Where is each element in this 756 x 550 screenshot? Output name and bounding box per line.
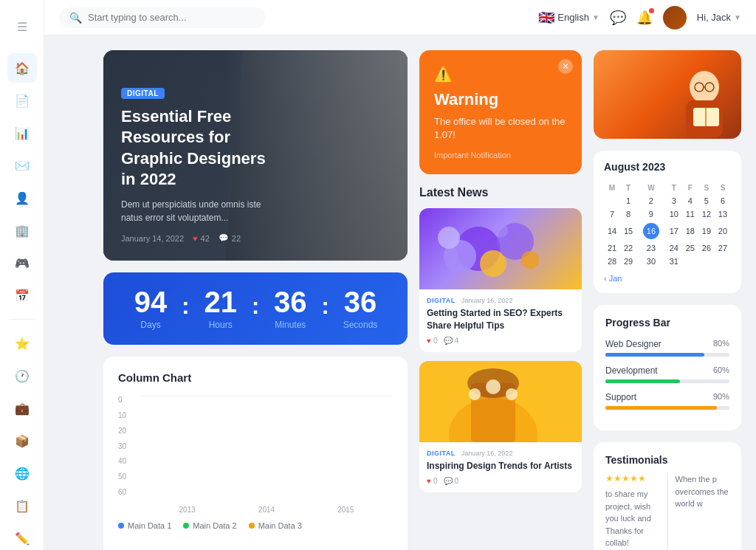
cal-week-2: 7 8 9 10 11 12 13 — [604, 207, 731, 221]
language-selector[interactable]: 🇬🇧 English ▼ — [538, 10, 599, 26]
sidebar-clock-icon[interactable]: 🕐 — [7, 361, 37, 391]
user-name: Hi, Jack — [697, 12, 731, 23]
news-card-2[interactable]: DIGITAL January 16, 2022 Inspiring Desig… — [419, 361, 582, 492]
calendar-header-row: M T W T F S S — [604, 182, 731, 194]
sidebar-game-icon[interactable]: 🎮 — [7, 248, 37, 278]
testimonial-2: When the p overcomes the world w — [667, 473, 730, 549]
warning-icon: ⚠️ — [434, 65, 567, 83]
news-card-1[interactable]: DIGITAL January 16, 2022 Getting Started… — [419, 208, 582, 352]
calendar-nav-row: ‹ Jan — [604, 274, 731, 283]
svg-point-4 — [438, 227, 460, 249]
progress-bar-fill-1 — [605, 353, 704, 357]
sidebar-menu-icon[interactable]: ☰ — [7, 12, 37, 41]
countdown-sep-2: : — [246, 292, 266, 320]
progress-card: Progress Bar Web Designer 80% Developmen… — [594, 305, 741, 430]
legend-dot-1 — [118, 523, 124, 529]
sidebar-clipboard-icon[interactable]: 📋 — [7, 491, 37, 520]
news-actions-1: ♥ 0 💬 4 — [427, 337, 574, 345]
chat-icon[interactable]: 💬 — [610, 10, 626, 26]
search-bar[interactable]: 🔍 — [59, 7, 266, 28]
hero-content: DIGITAL Essential Free Resources for Gra… — [103, 68, 286, 261]
sidebar-chart-icon[interactable]: 📊 — [7, 118, 37, 148]
progress-label-support: Support 90% — [605, 392, 729, 402]
progress-bar-fill-2 — [605, 379, 680, 383]
search-icon: 🔍 — [69, 12, 82, 24]
sidebar-briefcase-icon[interactable]: 💼 — [7, 393, 37, 423]
news-title-1: Getting Started in SEO? Experts Share He… — [427, 307, 574, 332]
warning-close-button[interactable]: ✕ — [558, 59, 573, 74]
sidebar: ☰ 🏠 📄 📊 ✉️ 👤 🏢 🎮 📅 ⭐ 🕐 💼 📦 🌐 📋 ✏️ — [0, 0, 44, 550]
sidebar-doc-icon[interactable]: 📄 — [7, 86, 37, 115]
progress-bar-bg-2 — [605, 379, 729, 383]
avatar[interactable] — [663, 6, 687, 30]
notification-dot — [649, 8, 654, 13]
news-tag-1: DIGITAL — [427, 297, 456, 304]
comment-icon: 💬 — [219, 233, 229, 243]
warning-card: ✕ ⚠️ Warning The office will be closed o… — [419, 50, 582, 174]
sidebar-calendar-icon[interactable]: 📅 — [7, 281, 37, 310]
chart-bars — [140, 396, 393, 503]
main-content: DIGITAL Essential Free Resources for Gra… — [89, 35, 756, 550]
sidebar-building-icon[interactable]: 🏢 — [7, 216, 37, 245]
days-label: Days — [126, 320, 176, 330]
chart-x-labels: 2013 2014 2015 — [140, 506, 393, 514]
topbar: 🔍 🇬🇧 English ▼ 💬 🔔 Hi, Jack ▼ — [44, 0, 756, 35]
avatar-image — [663, 6, 687, 30]
progress-bar-fill-3 — [605, 406, 717, 410]
warning-text: The office will be closed on the 1.07! — [434, 115, 567, 142]
comment-icon: 💬 — [444, 337, 453, 345]
minutes-value: 36 — [265, 287, 315, 317]
minutes-label: Minutes — [265, 320, 315, 330]
testimonials-title: Testimonials — [605, 454, 729, 466]
news-thumb-1 — [419, 208, 582, 289]
notification-icon[interactable]: 🔔 — [636, 10, 653, 26]
hero-date: January 14, 2022 — [121, 234, 184, 243]
hero-description: Dem ut perspiciatis unde omnis iste natu… — [121, 198, 268, 224]
testimonial-text-2: When the p overcomes the world w — [676, 473, 730, 510]
news-title-2: Inspiring Design Trends for Artists — [427, 460, 574, 472]
testimonial-stars: ★★★★★ — [605, 473, 660, 484]
testimonials-card: Testimonials ★★★★★ to share my project, … — [594, 442, 741, 550]
countdown-sep-3: : — [315, 292, 335, 320]
sidebar-mail-icon[interactable]: ✉️ — [7, 151, 37, 180]
sidebar-package-icon[interactable]: 📦 — [7, 426, 37, 456]
hero-likes: ♥ 42 — [193, 234, 210, 243]
heart-icon: ♥ — [193, 234, 198, 243]
user-greeting[interactable]: Hi, Jack ▼ — [697, 12, 741, 23]
progress-title: Progress Bar — [605, 317, 729, 329]
chart-card: Column Chart 60 50 40 30 20 10 0 — [103, 357, 408, 550]
sidebar-globe-icon[interactable]: 🌐 — [7, 458, 37, 488]
news-tag-2: DIGITAL — [427, 450, 456, 457]
progress-label-web-designer: Web Designer 80% — [605, 339, 729, 349]
hours-value: 21 — [196, 287, 246, 317]
progress-bar-bg-1 — [605, 353, 729, 357]
sidebar-star-icon[interactable]: ⭐ — [7, 329, 37, 358]
testimonial-1: ★★★★★ to share my project, wish you luck… — [605, 473, 660, 549]
middle-column: ✕ ⚠️ Warning The office will be closed o… — [419, 50, 582, 550]
hero-title: Essential Free Resources for Graphic Des… — [121, 106, 268, 190]
news-date-2: January 16, 2022 — [461, 450, 513, 457]
seconds-label: Seconds — [335, 320, 385, 330]
countdown-widget: 94 Days : 21 Hours : 36 Minutes : 36 Sec… — [103, 272, 408, 345]
flag-icon: 🇬🇧 — [538, 10, 554, 26]
sidebar-edit-icon[interactable]: ✏️ — [7, 523, 37, 550]
left-column: DIGITAL Essential Free Resources for Gra… — [103, 50, 408, 550]
progress-label-development: Development 60% — [605, 365, 729, 376]
calendar-today[interactable]: 16 — [643, 223, 659, 239]
countdown-seconds: 36 Seconds — [335, 287, 385, 330]
sidebar-user-icon[interactable]: 👤 — [7, 183, 37, 213]
progress-pct-development: 60% — [713, 365, 729, 376]
warning-link[interactable]: Important Notification — [434, 151, 567, 159]
sidebar-divider — [9, 319, 35, 320]
testimonial-text-1: to share my project, wish you luck and T… — [605, 488, 660, 549]
legend-main2: Main Data 2 — [183, 521, 236, 530]
news-body-2: DIGITAL January 16, 2022 Inspiring Desig… — [419, 442, 582, 492]
news-thumb-2 — [419, 361, 582, 442]
progress-item-development: Development 60% — [605, 365, 729, 383]
topbar-right: 🇬🇧 English ▼ 💬 🔔 Hi, Jack ▼ — [538, 6, 741, 30]
sidebar-home-icon[interactable]: 🏠 — [7, 53, 37, 83]
warning-title: Warning — [434, 90, 567, 109]
progress-pct-web-designer: 80% — [713, 339, 729, 349]
calendar-prev-button[interactable]: ‹ Jan — [604, 274, 622, 283]
search-input[interactable] — [88, 12, 255, 23]
